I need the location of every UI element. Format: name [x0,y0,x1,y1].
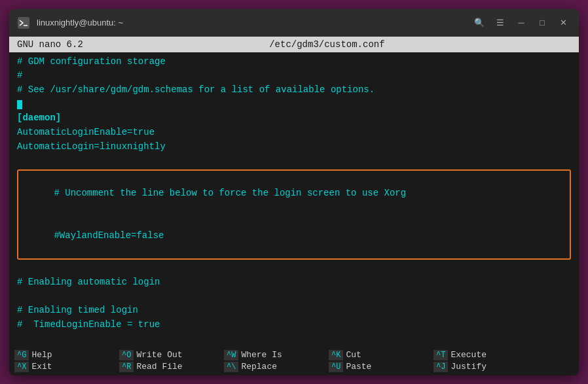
footer-item-whereis: ^W Where Is [224,350,329,360]
search-button[interactable]: 🔍 [470,14,488,32]
maximize-button[interactable]: □ [533,14,551,32]
line-10 [17,261,571,275]
title-bar-controls: 🔍 ☰ ─ □ ✕ [470,14,572,32]
nano-footer: ^G Help ^O Write Out ^W Where Is ^K Cut … [9,348,579,375]
footer-item-cut: ^K Cut [329,350,433,360]
line-8 [17,154,571,168]
footer-item-readfile: ^R Read File [119,362,224,372]
minimize-button[interactable]: ─ [512,14,530,32]
footer-item-exit: ^X Exit [14,362,119,372]
label-paste: Paste [346,362,371,372]
line-14: # TimedLoginEnable = true [17,318,571,332]
key-justify: ^J [433,362,448,372]
line-3: # See /usr/share/gdm/gdm.schemas for a l… [17,83,571,97]
footer-item-replace: ^\ Replace [224,362,329,372]
key-paste: ^U [329,362,343,372]
title-bar-left: linuxnightly@ubuntu: ~ [16,15,123,31]
line-5: [daemon] [17,111,571,126]
footer-item-paste: ^U Paste [329,362,433,372]
key-replace: ^\ [224,362,238,372]
nano-version: GNU nano 6.2 [17,39,83,50]
line-13: # Enabling timed login [17,304,571,318]
nano-header: GNU nano 6.2 /etc/gdm3/custom.conf [9,37,579,52]
label-whereis: Where Is [241,350,282,360]
highlighted-line-1: # Uncomment the line below to force the … [54,188,406,198]
line-6: AutomaticLoginEnable=true [17,126,571,140]
nano-filename: /etc/gdm3/custom.conf [269,39,384,50]
label-help: Help [31,350,52,360]
line-7: AutomaticLogin=linuxnightly [17,140,571,154]
footer-item-justify: ^J Justify [433,362,538,372]
key-help: ^G [14,350,29,360]
window-title: linuxnightly@ubuntu: ~ [37,18,123,27]
line-11: # Enabling automatic login [17,275,571,290]
footer-item-help: ^G Help [14,350,119,360]
highlighted-line-2: #WaylandEnable=false [54,230,164,241]
label-execute: Execute [450,350,487,360]
terminal-window: linuxnightly@ubuntu: ~ 🔍 ☰ ─ □ ✕ GNU nan… [9,9,579,375]
key-writeout: ^O [119,350,134,360]
menu-button[interactable]: ☰ [491,14,509,32]
label-replace: Replace [241,362,277,372]
label-cut: Cut [346,350,361,360]
title-bar: linuxnightly@ubuntu: ~ 🔍 ☰ ─ □ ✕ [9,9,579,37]
line-4 [17,97,571,112]
terminal-icon [16,15,31,31]
line-1: # GDM configuration storage [17,55,571,69]
cursor [17,100,22,109]
label-writeout: Write Out [136,350,182,360]
footer-item-writeout: ^O Write Out [119,350,224,360]
footer-row-1: ^G Help ^O Write Out ^W Where Is ^K Cut … [9,349,579,361]
key-readfile: ^R [119,362,134,372]
label-justify: Justify [450,362,487,372]
footer-row-2: ^X Exit ^R Read File ^\ Replace ^U Paste… [9,361,579,373]
key-exit: ^X [14,362,29,372]
label-readfile: Read File [136,362,182,372]
key-whereis: ^W [224,350,238,360]
line-12 [17,290,571,304]
label-exit: Exit [31,362,52,372]
close-button[interactable]: ✕ [554,14,572,32]
key-execute: ^T [433,350,448,360]
highlighted-block: # Uncomment the line below to force the … [17,169,571,260]
line-2: # [17,69,571,83]
footer-item-execute: ^T Execute [433,350,538,360]
key-cut: ^K [329,350,343,360]
editor-area[interactable]: # GDM configuration storage # # See /usr… [9,52,579,348]
